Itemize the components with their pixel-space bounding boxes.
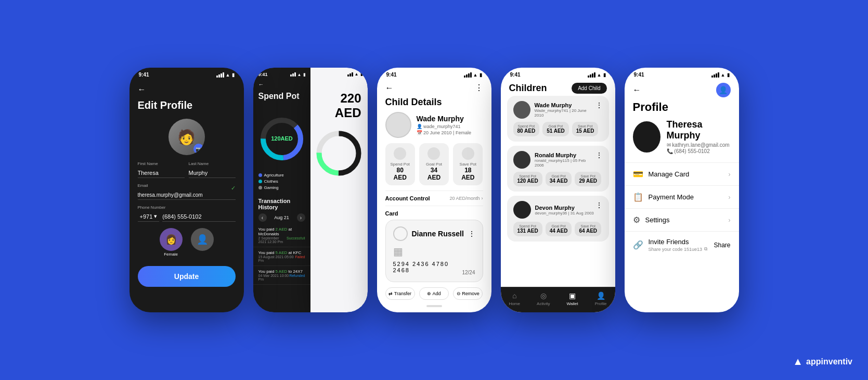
card: Dianne Russell ⋮ ▦ 5294 2436 4780 2468 1… [385,220,483,282]
child-more-1[interactable]: ⋮ [595,101,603,109]
more-options-icon[interactable]: ⋮ [475,83,483,93]
menu-settings[interactable]: ⚙ Settings › [625,208,739,231]
email-input[interactable] [138,191,236,200]
devon-save-pot: Save Pot 64 AED [575,222,601,236]
gender-male-option[interactable]: 👤 [191,228,214,257]
last-name-input[interactable] [189,168,236,178]
tx-sub-1: 2 September 2021 12:30 Pm [258,236,287,244]
save-pot-card: Save Pot 18 AED [453,143,483,185]
add-child-button[interactable]: Add Child [572,83,606,94]
back-button-3[interactable]: ← [385,83,394,93]
signal-icon-5 [711,72,719,78]
tx-status-row-1: 2 September 2021 12:30 Pm Successfull [258,236,305,244]
tx-text-2: You paid 5 AED at KFC [258,250,305,255]
profile-nav-label: Profile [595,301,607,306]
tx-nav: ‹ Aug 21 › [253,212,310,224]
wifi-icon-2r: ▲ [355,72,359,77]
profile-big-avatar [633,121,660,153]
add-button[interactable]: ⊕ Add [419,287,449,300]
signal-icon-2r [347,72,353,77]
invite-sub: Share your code 151ue13 ⧉ [649,246,708,252]
tx-highlight-2: 5 AED [276,250,288,255]
gender-female-option[interactable]: 👩 Female [160,228,183,257]
menu-settings-left: ⚙ Settings [633,215,670,225]
phone-input[interactable] [162,212,235,222]
child-info-1: Wade Murphy Wade_murphy741 | 20 June 201… [513,101,595,119]
wifi-icon-5: ▲ [721,72,726,78]
status-bar-5: 9:41 ▲ ▮ [625,68,739,80]
email-field: Email ✓ [138,183,236,200]
card-header: Dianne Russell ⋮ [393,226,475,241]
child-text-3: Devon Murphy devon_murphy36 | 31 Aug 200… [535,205,594,216]
tx-next-btn[interactable]: › [297,213,305,222]
avatar[interactable]: 🧑 📷 [169,119,205,155]
nav-home[interactable]: ⌂ Home [509,292,520,306]
children-header: Children Add Child [501,80,615,96]
tx-sub-2: 15 August 2021 05:00 Pm [258,255,295,262]
legend-dot-clothes [258,180,262,183]
camera-badge[interactable]: 📷 [193,144,204,154]
manage-card-chevron: › [729,171,731,178]
back-button-2[interactable]: ← [253,79,310,88]
tx-prev-btn[interactable]: ‹ [258,213,267,222]
nav-wallet[interactable]: ▣ Wallet [567,292,578,306]
avatar-section: 🧑 📷 [129,117,244,161]
first-name-input[interactable] [138,168,185,178]
status-icons-2: ▲ ▮ [290,72,305,77]
manage-card-label: Manage Card [649,170,690,178]
child-more-2[interactable]: ⋮ [595,151,603,159]
save-pot-icon [462,147,474,160]
profile-phone: 📞 (684) 555-0102 [667,148,731,154]
legend-label-clothes: Clothes [264,179,278,184]
child-more-3[interactable]: ⋮ [595,201,603,209]
child-pots-2: Spend Pot 120 AED Goal Pot 34 AED Save P… [513,172,603,186]
gender-options: 👩 Female 👤 [138,228,236,257]
chip-icon: ▦ [393,245,462,258]
child-pots-3: Spend Pot 131 AED Goal Pot 44 AED Save P… [513,222,603,236]
wallet-nav-label: Wallet [567,301,578,306]
tx-status-1: Successfull [287,236,305,244]
back-header-1: ← [129,80,244,97]
child-pots-1: Spend Pot 80 AED Goal Pot 51 AED Save Po… [513,122,603,136]
payment-mode-chevron: › [729,194,731,201]
phone-code[interactable]: +971 ▾ [138,211,160,222]
wallet-nav-icon: ▣ [569,292,576,300]
card-bottom: ▦ 5294 2436 4780 2468 12/24 [393,245,475,275]
battery-icon-4: ▮ [603,72,606,78]
battery-icon-1: ▮ [232,72,235,78]
share-label[interactable]: Share [714,242,730,249]
settings-icon: ⚙ [633,215,640,225]
chevron-right-icon-account: › [482,196,483,201]
first-name-label: First Name [138,161,185,166]
card-actions: ⇄ Transfer ⊕ Add ⊖ Remove [377,282,491,300]
menu-payment-mode[interactable]: 📋 Payment Mode › [625,185,739,208]
card-section-label: Card [385,210,483,217]
status-bar-2r: ▲ ▮ [310,68,368,79]
menu-manage-card[interactable]: 💳 Manage Card › [625,162,739,185]
home-nav-icon: ⌂ [512,292,516,300]
signal-icon-1 [216,72,224,78]
settings-label: Settings [645,216,670,224]
profile-section: Theresa Murphy ✉ kathryn.lane@gmail.com … [625,119,739,162]
child-name-3: Devon Murphy [535,205,594,211]
remove-button[interactable]: ⊖ Remove [453,287,483,300]
spend-pot-label: Spend Pot [390,162,411,167]
edit-profile-title: Edit Profile [129,97,244,117]
back-button-1[interactable]: ← [138,85,146,94]
nav-activity[interactable]: ◎ Activity [537,292,550,306]
battery-icon-2r: ▮ [360,72,362,77]
back-button-5[interactable]: ← [633,85,641,95]
child-profile: Wade Murphy 👤 wade_murphy741 📅 20 June 2… [377,112,491,143]
time-1: 9:41 [139,72,149,78]
child-name: Wade Murphy [417,115,471,123]
legend-dot-gaming [258,186,262,189]
nav-profile[interactable]: 👤 Profile [595,292,607,306]
tx-header: Transaction History [253,195,310,212]
child-avatar [385,112,411,138]
card-more-icon[interactable]: ⋮ [468,230,475,238]
update-button[interactable]: Update [138,266,236,287]
copy-icon[interactable]: ⧉ [704,246,707,252]
tx-item-1: You paid 2 AED at McDonalds 2 September … [253,224,310,247]
transfer-button[interactable]: ⇄ Transfer [385,287,415,300]
legend: Agriculture Clothes Gaming [253,173,310,195]
